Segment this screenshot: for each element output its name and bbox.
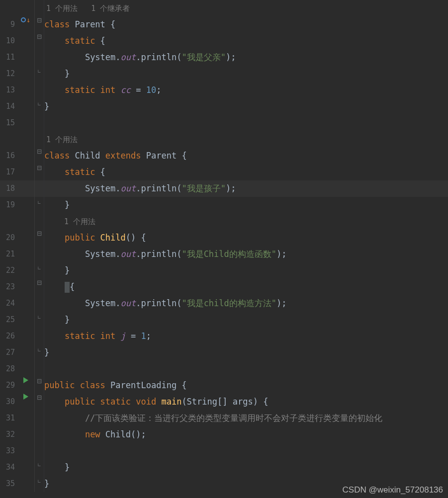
- fold-collapse-icon[interactable]: ⊟: [37, 394, 42, 402]
- code-line[interactable]: 29⊟public class ParentLoading {: [0, 377, 448, 394]
- code-content[interactable]: static {: [44, 164, 448, 180]
- code-content[interactable]: static int j = 1;: [44, 328, 448, 344]
- code-line[interactable]: 25⌞ }: [0, 312, 448, 328]
- code-line[interactable]: 12⌞ }: [0, 66, 448, 82]
- fold-collapse-icon[interactable]: ⊟: [37, 230, 42, 238]
- code-content[interactable]: 1 个用法: [44, 213, 448, 230]
- code-line[interactable]: 1 个用法 1 个继承者: [0, 0, 448, 16]
- fold-gutter[interactable]: ⊟: [34, 164, 44, 172]
- fold-collapse-icon[interactable]: ⊟: [37, 33, 42, 41]
- token-cls: Child(): [105, 429, 141, 439]
- code-line[interactable]: 16⊟class Child extends Parent {: [0, 148, 448, 164]
- code-line[interactable]: 14⌞}: [0, 98, 448, 115]
- code-line[interactable]: 30⊟ public static void main(String[] arg…: [0, 394, 448, 410]
- fold-gutter[interactable]: ⌞: [34, 66, 44, 74]
- code-line[interactable]: 31 //下面该类验证：当进行父类的类型变量调用时不会对子类进行类变量的初始化: [0, 410, 448, 426]
- code-content[interactable]: public static void main(String[] args) {: [44, 394, 448, 410]
- code-content[interactable]: class Parent {: [44, 16, 448, 33]
- fold-gutter[interactable]: ⌞: [34, 459, 44, 467]
- code-content[interactable]: }: [44, 197, 448, 213]
- run-icon[interactable]: [23, 394, 28, 400]
- inlay-hint[interactable]: 1 个用法 1 个继承者: [44, 4, 130, 13]
- code-content[interactable]: 1 个用法: [44, 131, 448, 148]
- fold-collapse-icon[interactable]: ⊟: [37, 148, 42, 156]
- inlay-hint[interactable]: 1 个用法: [44, 217, 95, 226]
- code-content[interactable]: System.out.println("我是child的构造方法");: [44, 295, 448, 312]
- code-line[interactable]: 24 System.out.println("我是child的构造方法");: [0, 295, 448, 312]
- code-content[interactable]: }: [44, 344, 448, 361]
- code-content[interactable]: }: [44, 459, 448, 476]
- code-line[interactable]: 1 个用法: [0, 213, 448, 230]
- code-content[interactable]: System.out.println("我是父亲");: [44, 49, 448, 66]
- token-it: out: [121, 249, 136, 259]
- code-content[interactable]: public Child() {: [44, 230, 448, 246]
- code-content[interactable]: {: [44, 279, 448, 295]
- code-line[interactable]: 32 new Child();: [0, 426, 448, 443]
- code-line[interactable]: 9↓⊟class Parent {: [0, 16, 448, 33]
- code-line[interactable]: 10⊟ static {: [0, 33, 448, 49]
- code-content[interactable]: }: [44, 66, 448, 82]
- token-cls: .println(: [136, 249, 181, 259]
- code-line[interactable]: 28: [0, 361, 448, 377]
- line-number: 30: [0, 394, 17, 410]
- fold-gutter[interactable]: ⊟: [34, 33, 44, 41]
- token-kw: public static void: [65, 397, 161, 407]
- fold-gutter[interactable]: ⌞: [34, 262, 44, 270]
- text-caret: [65, 282, 70, 293]
- code-content[interactable]: public class ParentLoading {: [44, 377, 448, 394]
- token-par: {: [100, 36, 105, 46]
- code-line[interactable]: 20⊟ public Child() {: [0, 230, 448, 246]
- fold-gutter[interactable]: ⊟: [34, 394, 44, 402]
- code-content[interactable]: 1 个用法 1 个继承者: [44, 0, 448, 17]
- fold-collapse-icon[interactable]: ⊟: [37, 164, 42, 172]
- code-content[interactable]: }: [44, 312, 448, 328]
- code-line[interactable]: 26 static int j = 1;: [0, 328, 448, 344]
- code-content[interactable]: new Child();: [44, 426, 448, 443]
- line-number: 14: [0, 98, 17, 115]
- code-editor[interactable]: 1 个用法 1 个继承者9↓⊟class Parent {10⊟ static …: [0, 0, 448, 492]
- run-icon[interactable]: [23, 377, 28, 383]
- code-line[interactable]: 1 个用法: [0, 131, 448, 148]
- code-content[interactable]: class Child extends Parent {: [44, 148, 448, 164]
- code-line[interactable]: 13 static int cc = 10;: [0, 82, 448, 98]
- code-content[interactable]: }: [44, 262, 448, 279]
- code-line[interactable]: 34⌞ }: [0, 459, 448, 476]
- fold-gutter[interactable]: ⌞: [34, 476, 44, 484]
- fold-collapse-icon[interactable]: ⊟: [37, 377, 42, 385]
- code-content[interactable]: static {: [44, 33, 448, 49]
- code-content[interactable]: System.out.println("我是Child的构造函数");: [44, 246, 448, 262]
- fold-gutter[interactable]: ⊟: [34, 230, 44, 238]
- fold-collapse-icon[interactable]: ⊟: [37, 279, 42, 287]
- code-line[interactable]: 15: [0, 115, 448, 131]
- fold-gutter[interactable]: ⊟: [34, 148, 44, 156]
- token-it: out: [121, 52, 136, 62]
- fold-gutter[interactable]: ⊟: [34, 279, 44, 287]
- code-content[interactable]: static int cc = 10;: [44, 82, 448, 98]
- code-line[interactable]: 27⌞}: [0, 344, 448, 361]
- fold-gutter[interactable]: ⌞: [34, 344, 44, 352]
- code-line[interactable]: 22⌞ }: [0, 262, 448, 279]
- inlay-hint[interactable]: 1 个用法: [44, 135, 78, 144]
- token-cls: =: [131, 85, 146, 95]
- fold-gutter[interactable]: ⊟: [34, 377, 44, 385]
- fold-gutter[interactable]: ⌞: [34, 312, 44, 320]
- code-line[interactable]: 18 System.out.println("我是孩子");: [0, 180, 448, 197]
- code-content[interactable]: System.out.println("我是孩子");: [44, 180, 448, 197]
- fold-collapse-icon[interactable]: ⊟: [37, 16, 42, 24]
- implemented-icon[interactable]: ↓: [21, 16, 30, 23]
- fold-end-icon: ⌞: [37, 459, 42, 467]
- code-content[interactable]: }: [44, 98, 448, 115]
- code-line[interactable]: 17⊟ static {: [0, 164, 448, 180]
- fold-gutter[interactable]: ⌞: [34, 98, 44, 106]
- fold-gutter[interactable]: ⌞: [34, 197, 44, 205]
- token-par: ;: [146, 331, 151, 341]
- fold-gutter[interactable]: ⊟: [34, 16, 44, 24]
- token-text: [44, 52, 85, 62]
- code-line[interactable]: 33: [0, 443, 448, 459]
- code-line[interactable]: 21 System.out.println("我是Child的构造函数");: [0, 246, 448, 262]
- code-line[interactable]: 19⌞ }: [0, 197, 448, 213]
- line-number: 28: [0, 361, 17, 377]
- code-line[interactable]: 23⊟ {: [0, 279, 448, 295]
- code-content[interactable]: //下面该类验证：当进行父类的类型变量调用时不会对子类进行类变量的初始化: [44, 410, 448, 426]
- code-line[interactable]: 11 System.out.println("我是父亲");: [0, 49, 448, 66]
